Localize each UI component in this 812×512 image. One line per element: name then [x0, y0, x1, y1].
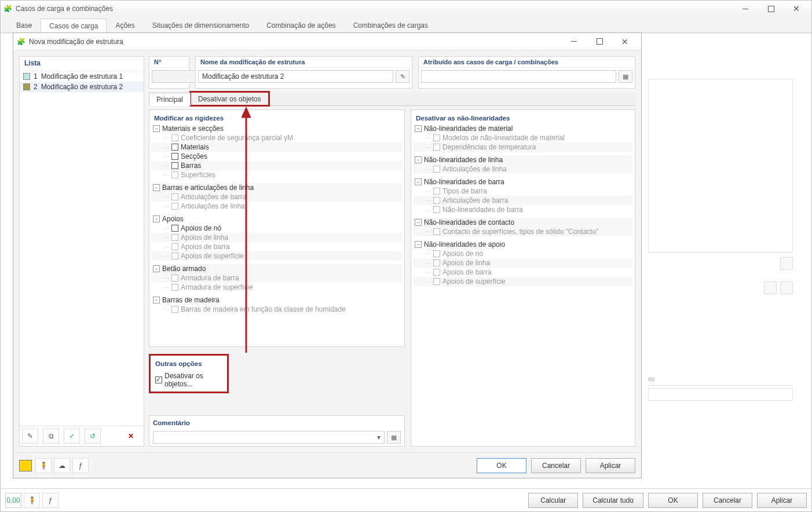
- dialog-apply-button[interactable]: Aplicar: [586, 458, 635, 473]
- tree-item[interactable]: ⋯Tipos de barra: [414, 186, 632, 196]
- maximize-button[interactable]: [758, 2, 784, 16]
- edit-name-button[interactable]: ✎: [396, 70, 409, 83]
- footer-tool-1[interactable]: 0,00: [5, 493, 21, 508]
- dialog-cancel-button[interactable]: Cancelar: [531, 458, 581, 473]
- tree-group[interactable]: −Betão armado: [152, 264, 402, 273]
- collapse-icon[interactable]: −: [153, 265, 160, 272]
- tab-casos-de-carga[interactable]: Casos de carga: [41, 19, 107, 33]
- list-copy-button[interactable]: ⧉: [43, 429, 59, 444]
- input-name[interactable]: [198, 70, 393, 83]
- tree-checkbox[interactable]: [171, 162, 178, 169]
- collapse-icon[interactable]: −: [153, 184, 160, 191]
- list-delete-button[interactable]: ✕: [123, 429, 139, 444]
- close-button[interactable]: ✕: [784, 2, 809, 16]
- minimize-button[interactable]: [733, 2, 758, 16]
- assign-pick-button[interactable]: ▦: [619, 70, 632, 83]
- main-cancel-button[interactable]: Cancelar: [703, 493, 752, 508]
- tree-checkbox[interactable]: [171, 171, 178, 178]
- footer-tool-3[interactable]: ƒ: [42, 493, 58, 508]
- tree-checkbox[interactable]: [171, 193, 178, 200]
- tree-item[interactable]: ⋯Apoios de superfície: [152, 251, 402, 261]
- tree-checkbox[interactable]: [171, 225, 178, 232]
- footer-tool-2[interactable]: 🧍: [24, 493, 40, 508]
- tree-group[interactable]: −Não-linearidades de contacto: [414, 218, 632, 227]
- list-new-button[interactable]: ✎: [22, 429, 38, 444]
- tree-checkbox[interactable]: [171, 203, 178, 210]
- tree-checkbox[interactable]: [171, 306, 178, 313]
- footer-icon-2[interactable]: ☁: [54, 458, 70, 473]
- tree-checkbox[interactable]: [433, 250, 440, 257]
- collapse-icon[interactable]: −: [415, 219, 422, 226]
- tree-item[interactable]: ⋯Dependências de temperatura: [414, 142, 632, 152]
- tree-item[interactable]: ⋯Secções: [152, 152, 402, 161]
- tree-checkbox[interactable]: [171, 144, 178, 151]
- tab-base[interactable]: Base: [8, 18, 41, 32]
- tree-item[interactable]: ⋯Superfícies: [152, 170, 402, 180]
- tree-item[interactable]: ⋯Apoios de nó: [414, 249, 632, 258]
- tree-group[interactable]: −Não-linearidades de linha: [414, 155, 632, 164]
- collapse-icon[interactable]: −: [153, 215, 160, 222]
- calc-all-button[interactable]: Calcular tudo: [583, 493, 643, 508]
- tab-acoes[interactable]: Ações: [107, 18, 143, 32]
- tree-item[interactable]: ⋯Apoios de barra: [414, 268, 632, 277]
- tree-checkbox[interactable]: [433, 134, 440, 141]
- tree-checkbox[interactable]: [171, 134, 178, 141]
- tree-group[interactable]: −Barras e articulações de linha: [152, 183, 402, 192]
- tab-comb-acoes[interactable]: Combinação de ações: [258, 18, 344, 32]
- subtab-principal[interactable]: Principal: [149, 93, 191, 106]
- tree-item[interactable]: ⋯Barras: [152, 161, 402, 170]
- dialog-min[interactable]: [561, 35, 587, 49]
- main-apply-button[interactable]: Aplicar: [757, 493, 807, 508]
- tree-item[interactable]: ⋯Articulações de linha: [414, 164, 632, 174]
- tab-situacoes[interactable]: Situações de dimensionamento: [144, 18, 258, 32]
- tree-checkbox[interactable]: [433, 228, 440, 235]
- tree-item[interactable]: ⋯Articulações de linha: [152, 202, 402, 211]
- tree-item[interactable]: ⋯Articulações de barra: [152, 192, 402, 202]
- collapse-icon[interactable]: −: [153, 125, 160, 132]
- bg-icon-3[interactable]: [780, 281, 793, 294]
- dialog-max[interactable]: [587, 35, 612, 49]
- subtab-desativar[interactable]: Desativar os objetos: [191, 92, 269, 105]
- collapse-icon[interactable]: −: [415, 241, 422, 248]
- tree-checkbox[interactable]: [171, 243, 178, 250]
- tree-checkbox[interactable]: [433, 188, 440, 195]
- tree-item[interactable]: ⋯Coeficiente de segurança parcial γM: [152, 133, 402, 142]
- footer-icon-3[interactable]: ƒ: [72, 458, 89, 473]
- list-item-1[interactable]: 1 Modificação de estrutura 1: [20, 71, 144, 82]
- tree-checkbox[interactable]: [433, 197, 440, 204]
- tree-checkbox[interactable]: [171, 234, 178, 241]
- tree-group[interactable]: −Materiais e secções: [152, 124, 402, 133]
- tab-comb-cargas[interactable]: Combinações de cargas: [345, 18, 437, 32]
- footer-icon-1[interactable]: 🧍: [35, 458, 52, 473]
- tree-item[interactable]: ⋯Contacto de superfícies, tipos de sólid…: [414, 227, 632, 236]
- list-misc-button[interactable]: ↺: [85, 429, 101, 444]
- tree-checkbox[interactable]: [433, 166, 440, 173]
- tree-item[interactable]: ⋯Apoios de linha: [152, 233, 402, 242]
- input-assign[interactable]: [421, 70, 616, 83]
- collapse-icon[interactable]: −: [153, 297, 160, 303]
- tree-group[interactable]: −Não-linearidades de apoio: [414, 240, 632, 249]
- tree-group[interactable]: −Não-linearidades de barra: [414, 177, 632, 186]
- bg-icon-1[interactable]: [780, 257, 793, 270]
- main-ok-button[interactable]: OK: [648, 493, 698, 508]
- tree-group[interactable]: −Barras de madeira: [152, 295, 402, 305]
- tree-item[interactable]: ⋯Articulações de barra: [414, 196, 632, 205]
- tree-checkbox[interactable]: [433, 206, 440, 213]
- tree-checkbox[interactable]: [171, 284, 178, 291]
- tree-item[interactable]: ⋯Materiais: [152, 142, 402, 152]
- collapse-icon[interactable]: −: [415, 156, 422, 163]
- tree-checkbox[interactable]: [433, 269, 440, 276]
- comment-edit-button[interactable]: ▦: [387, 431, 401, 444]
- comment-combo[interactable]: ▾: [153, 431, 385, 444]
- tree-checkbox[interactable]: [433, 144, 440, 151]
- deactivate-objects-checkbox[interactable]: [155, 376, 162, 383]
- tree-checkbox[interactable]: [433, 278, 440, 285]
- list-check-button[interactable]: ✓: [64, 429, 80, 444]
- tree-checkbox[interactable]: [171, 153, 178, 160]
- tree-item[interactable]: ⋯Modelos de não-linearidade de material: [414, 133, 632, 142]
- tree-item[interactable]: ⋯Armadura de barra: [152, 273, 402, 283]
- tree-group[interactable]: −Não-linearidades de material: [414, 124, 632, 133]
- tree-item[interactable]: ⋯Apoios de superfície: [414, 277, 632, 286]
- tree-checkbox[interactable]: [171, 253, 178, 259]
- dialog-ok-button[interactable]: OK: [477, 458, 526, 473]
